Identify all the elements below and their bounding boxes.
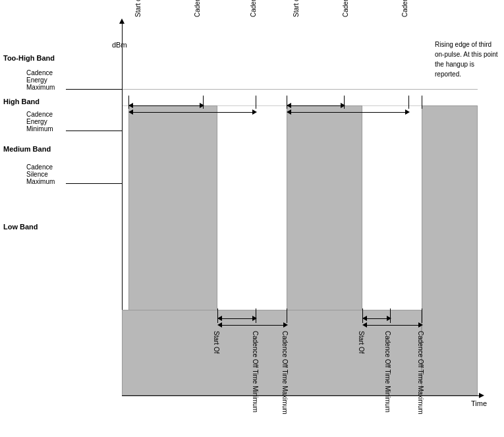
cadence-off-min-2-label: Cadence Off Time Minimum: [384, 331, 391, 413]
arrow-cadence-off-max-2: [362, 322, 423, 328]
cadence-energy-min-line: [66, 131, 122, 131]
cadence-off-min-1-label: Cadence Off Time Minimum: [252, 331, 259, 413]
note-text: Rising edge of third on-pulse. At this p…: [435, 40, 501, 79]
tick-cadence-on-max-1: [256, 96, 256, 109]
x-axis-line: [122, 395, 481, 396]
signal-block-3: [422, 105, 478, 395]
cadence-silence-max-label1: Cadence: [26, 163, 53, 171]
arrow-cadence-off-min-1: [217, 315, 257, 322]
cadence-energy-max-line: [66, 89, 122, 90]
arrow-cadence-off-min-2: [362, 315, 391, 322]
tick-off-end-max-2: [422, 308, 422, 323]
tick-cadence-on-max-2: [408, 96, 409, 109]
cadence-off-max-2-label: Cadence Off Time Maximum: [417, 331, 424, 415]
arrow-cadence-on-max-2: [287, 109, 410, 115]
cadence-energy-max-label3: Maximum: [26, 84, 55, 91]
arrow-cadence-on-1: [128, 102, 204, 109]
cadence-energy-max-label2: Energy: [26, 76, 47, 84]
start-on-period-2-label: Start of on-period: [293, 0, 300, 17]
medium-band-label: Medium Band: [3, 145, 51, 153]
cadence-silence-max-label3: Maximum: [26, 178, 55, 185]
cadence-silence-max-label2: Silence: [26, 171, 48, 178]
high-band-label: High Band: [3, 98, 40, 105]
cadence-on-max-2-label: Cadence On Time Maximum: [401, 0, 408, 17]
y-axis-arrow: [119, 18, 125, 24]
start-of-1-label: Start Of: [213, 331, 220, 353]
cadence-energy-min-label3: Minimum: [26, 125, 53, 132]
cadence-off-max-1-label: Cadence Off Time Maximum: [281, 331, 289, 415]
cadence-energy-min-label1: Cadence: [26, 111, 53, 118]
dbm-label: dBm: [112, 41, 127, 49]
tick-start-on-3: [422, 96, 422, 109]
time-label: Time: [471, 399, 487, 407]
cadence-on-max-1-label: Cadence On Time Maximum: [250, 0, 257, 17]
x-axis-arrow: [479, 393, 484, 398]
arrow-cadence-off-max-1: [217, 322, 288, 328]
start-on-period-1-label: Start of on-period: [134, 0, 142, 17]
too-high-band-line: [122, 89, 478, 90]
arrow-cadence-on-max-1: [128, 109, 257, 115]
cadence-on-min-1-label: Cadence On Time Minimum: [194, 0, 201, 17]
low-band-label: Low Band: [3, 223, 38, 231]
cadence-on-min-2-label: Cadence On Time Minimum: [342, 0, 349, 17]
start-of-2-label: Start Of: [358, 331, 365, 353]
arrow-cadence-on-min-2: [287, 102, 345, 109]
cadence-energy-max-label1: Cadence: [26, 69, 53, 76]
cadence-energy-min-label2: Energy: [26, 118, 47, 125]
cadence-silence-max-line: [66, 183, 122, 184]
too-high-band-label: Too-High Band: [3, 54, 55, 62]
diagram-container: dBm Too-High Band Cadence Energy Maximum…: [0, 0, 504, 437]
tick-off-end-max-1: [287, 308, 287, 323]
